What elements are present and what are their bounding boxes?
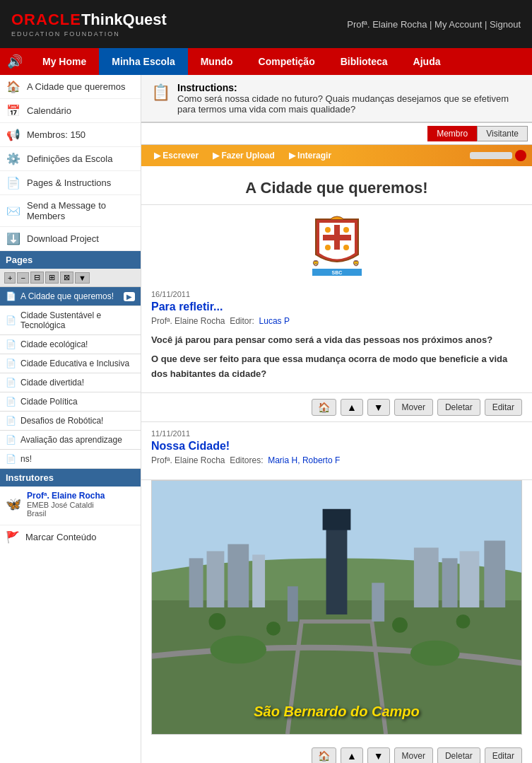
pages-add-btn[interactable]: +: [4, 272, 16, 284]
svg-point-2: [325, 227, 331, 233]
instructions-text-area: Instructions: Como será nossa cidade no …: [177, 82, 522, 115]
pages-section-header: Pages: [0, 251, 141, 269]
sidebar-item-membros[interactable]: 📢 Membros: 150: [0, 123, 141, 147]
pages-move-btn[interactable]: ▼: [75, 272, 90, 284]
sidebar-item-marcar[interactable]: 🚩 Marcar Conteúdo: [0, 525, 141, 549]
sidebar-item-definicoes[interactable]: ⚙️ Definições da Escola: [0, 147, 141, 171]
svg-rect-13: [189, 559, 203, 608]
logo-area: ORACLEThinkQuest EDUCATION FOUNDATION: [11, 11, 167, 37]
post-1-author: Profª. Elaine Rocha: [151, 316, 225, 326]
sidebar-item-calendario[interactable]: 📅 Calendário: [0, 99, 141, 123]
nav-ajuda[interactable]: Ajuda: [401, 48, 454, 75]
sidebar-item-cidade[interactable]: 🏠 A Cidade que queremos: [0, 75, 141, 99]
post-1-body-line-0: Você já parou para pensar como será a vi…: [151, 333, 522, 348]
post-2-down-btn[interactable]: ▼: [367, 747, 390, 763]
page-play-btn-0[interactable]: ▶: [124, 292, 135, 301]
interagir-btn[interactable]: ▶ Interagir: [282, 148, 338, 163]
page-item-8[interactable]: 📄 ns!: [0, 450, 141, 469]
sidebar-download-label: Download Project: [27, 233, 99, 244]
download-icon: ⬇️: [6, 232, 21, 245]
post-1-down-btn[interactable]: ▼: [367, 399, 390, 416]
nav-biblioteca[interactable]: Biblioteca: [328, 48, 401, 75]
page-item-label-4: Cidade divertida!: [20, 378, 84, 388]
my-account-link[interactable]: My Account: [435, 19, 482, 30]
svg-text:🦁: 🦁: [312, 260, 319, 267]
nav-competicao[interactable]: Competição: [246, 48, 328, 75]
sidebar-item-download[interactable]: ⬇️ Download Project: [0, 227, 141, 251]
page-item-4[interactable]: 📄 Cidade divertida!: [0, 373, 141, 392]
post-1-home-btn[interactable]: 🏠: [312, 399, 336, 416]
page-file-icon-4: 📄: [6, 378, 16, 388]
escrever-btn[interactable]: ▶ Escrever: [147, 148, 206, 163]
page-item-6[interactable]: 📄 Desafios de Robótica!: [0, 412, 141, 431]
nav-minha-escola[interactable]: Minha Escola: [99, 48, 187, 75]
marcar-label: Marcar Conteúdo: [25, 532, 96, 542]
sidebar-definicoes-label: Definições da Escola: [27, 153, 112, 164]
city-image: São Bernardo do Campo: [151, 480, 522, 735]
instructors-section-header: Instrutores: [0, 469, 141, 487]
post-2-editors: Maria H, Roberto F: [268, 455, 340, 465]
upload-btn[interactable]: ▶ Fazer Upload: [206, 148, 282, 163]
pages-tool1-btn[interactable]: ⊟: [30, 272, 44, 284]
svg-point-26: [456, 615, 471, 629]
city-image-caption: São Bernardo do Campo: [254, 704, 419, 720]
post-1-title[interactable]: Para refletir...: [151, 301, 522, 313]
page-item-label-3: Cidade Educativa e Inclusiva: [20, 359, 129, 368]
header-user-nav: Profª. Elaine Rocha | My Account | Signo…: [347, 19, 521, 30]
svg-point-30: [410, 641, 460, 666]
user-info-text: Profª. Elaine Rocha | My Account | Signo…: [347, 19, 521, 30]
instructions-title: Instructions:: [177, 82, 522, 93]
main-layout: 🏠 A Cidade que queremos 📅 Calendário 📢 M…: [0, 75, 532, 763]
svg-text:SBC: SBC: [331, 270, 342, 275]
post-1-up-btn[interactable]: ▲: [341, 399, 363, 416]
pages-tool3-btn[interactable]: ⊠: [60, 272, 73, 284]
sidebar-item-pages[interactable]: 📄 Pages & Instructions: [0, 171, 141, 195]
page-file-icon-8: 📄: [6, 454, 16, 464]
page-item-7[interactable]: 📄 Avaliação das aprendizage: [0, 431, 141, 450]
page-item-label-2: Cidade ecológica!: [20, 339, 88, 349]
pages-tool2-btn[interactable]: ⊞: [45, 272, 59, 284]
instructor-school: EMEB José Cataldi: [27, 501, 105, 509]
svg-point-24: [266, 622, 280, 636]
page-file-icon-6: 📄: [6, 416, 16, 426]
sidebar-item-send-message[interactable]: ✉️ Send a Message to Members: [0, 195, 141, 227]
post-2-editar-btn[interactable]: Editar: [485, 747, 522, 763]
pages-remove-btn[interactable]: −: [17, 272, 28, 284]
post-1-editar-btn[interactable]: Editar: [485, 399, 522, 416]
page-file-icon-2: 📄: [6, 339, 16, 349]
page-file-icon-5: 📄: [6, 397, 16, 407]
page-item-5[interactable]: 📄 Cidade Política: [0, 392, 141, 412]
visitante-tab[interactable]: Visitante: [477, 126, 528, 141]
page-item-1[interactable]: 📄 Cidade Sustentável e Tecnológica: [0, 306, 141, 335]
nav-mundo[interactable]: Mundo: [188, 48, 246, 75]
post-1-mover-btn[interactable]: Mover: [394, 399, 433, 416]
post-2-up-btn[interactable]: ▲: [341, 747, 363, 763]
page-icon: 📄: [6, 176, 21, 190]
svg-rect-16: [252, 555, 265, 608]
post-2-actions: 🏠 ▲ ▼ Mover Deletar Editar: [141, 742, 532, 763]
membro-tab[interactable]: Membro: [427, 126, 477, 141]
page-file-icon-3: 📄: [6, 359, 16, 368]
svg-point-23: [209, 613, 226, 630]
toolbar-slider[interactable]: [470, 152, 512, 159]
sidebar-membros-label: Membros: 150: [27, 129, 85, 140]
post-2-mover-btn[interactable]: Mover: [394, 747, 433, 763]
post-1-deletar-btn[interactable]: Deletar: [437, 399, 480, 416]
thinkquest-logo: ThinkQuest: [81, 11, 167, 28]
sidebar-pages-label: Pages & Instructions: [27, 177, 111, 188]
page-item-3[interactable]: 📄 Cidade Educativa e Inclusiva: [0, 354, 141, 373]
nav-my-home[interactable]: My Home: [30, 48, 99, 75]
page-item-0[interactable]: 📄 A Cidade que queremos! ▶: [0, 287, 141, 306]
post-2-home-btn[interactable]: 🏠: [312, 747, 336, 763]
logo-subtitle: EDUCATION FOUNDATION: [11, 30, 167, 37]
toolbar-right: [470, 150, 526, 161]
instructions-text: Como será nossa cidade no futuro? Quais …: [177, 93, 522, 115]
city-photo-svg: [152, 481, 521, 734]
signout-link[interactable]: Signout: [490, 19, 521, 30]
svg-rect-18: [442, 559, 458, 608]
page-item-2[interactable]: 📄 Cidade ecológica!: [0, 335, 141, 354]
sound-button[interactable]: 🔊: [0, 48, 30, 75]
city-image-area: São Bernardo do Campo: [141, 480, 532, 742]
post-2-deletar-btn[interactable]: Deletar: [437, 747, 480, 763]
post-2-title[interactable]: Nossa Cidade!: [151, 440, 522, 453]
